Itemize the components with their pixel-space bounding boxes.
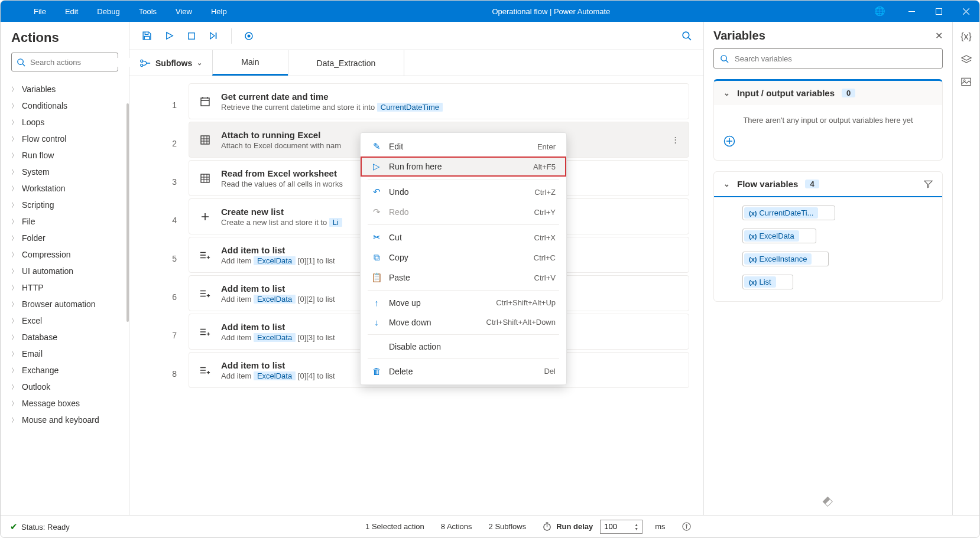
action-category[interactable]: 〉Compression xyxy=(4,246,125,263)
variable-pill: ExcelData xyxy=(254,256,296,265)
context-menu-item[interactable]: 🗑DeleteDel xyxy=(361,361,566,381)
svg-point-8 xyxy=(141,60,143,62)
context-menu-item[interactable]: 📋PasteCtrl+V xyxy=(361,268,566,288)
action-category[interactable]: 〉Email xyxy=(4,345,125,362)
tab-data-extraction[interactable]: Data_Extraction xyxy=(288,50,405,76)
layers-rail-icon[interactable] xyxy=(961,55,972,64)
menu-view[interactable]: View xyxy=(166,2,202,21)
menu-help[interactable]: Help xyxy=(202,2,236,21)
action-category[interactable]: 〉Scripting xyxy=(4,197,125,213)
variable-chip[interactable]: (x)CurrentDateTi... xyxy=(742,206,835,220)
subflows-label: Subflows xyxy=(155,58,192,68)
action-category-label: Scripting xyxy=(22,200,54,210)
environment-icon[interactable]: 🌐 xyxy=(866,1,893,22)
action-category[interactable]: 〉Excel xyxy=(4,312,125,329)
menu-debug[interactable]: Debug xyxy=(87,2,129,21)
scrollbar-thumb[interactable] xyxy=(126,103,129,322)
context-menu-item[interactable]: ↶UndoCtrl+Z xyxy=(361,182,566,202)
flow-step[interactable]: Get current date and timeRetrieve the cu… xyxy=(189,83,689,119)
action-category[interactable]: 〉Browser automation xyxy=(4,296,125,312)
chevron-right-icon: 〉 xyxy=(11,333,17,342)
actions-search[interactable] xyxy=(11,53,118,71)
menu-separator xyxy=(368,224,559,225)
step-icon xyxy=(199,212,212,221)
action-category[interactable]: 〉Outlook xyxy=(4,379,125,395)
action-category[interactable]: 〉Exchange xyxy=(4,362,125,379)
menu-item-icon: ✎ xyxy=(371,141,382,152)
chevron-down-icon: ⌄ xyxy=(723,89,730,97)
minimize-button[interactable] xyxy=(898,1,925,22)
io-variables-header[interactable]: ⌄ Input / output variables 0 xyxy=(714,81,942,105)
filter-icon[interactable] xyxy=(924,180,933,188)
save-button[interactable] xyxy=(137,26,157,46)
menu-edit[interactable]: Edit xyxy=(56,2,87,21)
variables-search[interactable] xyxy=(713,48,943,69)
delay-spinner[interactable]: ▲▼ xyxy=(634,523,638,531)
action-category[interactable]: 〉Variables xyxy=(4,81,125,97)
search-flow-button[interactable] xyxy=(676,26,696,46)
menu-tools[interactable]: Tools xyxy=(129,2,166,21)
add-io-variable-button[interactable] xyxy=(723,135,933,147)
action-category[interactable]: 〉Database xyxy=(4,329,125,345)
step-more-icon[interactable]: ⋮ xyxy=(671,135,679,144)
variables-rail-icon[interactable]: {x} xyxy=(960,31,972,42)
flow-variables-header[interactable]: ⌄ Flow variables 4 xyxy=(714,172,942,197)
eraser-icon[interactable]: ◧ xyxy=(821,494,835,508)
stop-button[interactable] xyxy=(181,26,202,46)
action-category[interactable]: 〉System xyxy=(4,164,125,180)
chevron-right-icon: 〉 xyxy=(11,366,17,375)
close-button[interactable] xyxy=(952,1,979,22)
action-category[interactable]: 〉Mouse and keyboard xyxy=(4,412,125,428)
svg-point-9 xyxy=(141,64,143,66)
record-button[interactable] xyxy=(239,26,259,46)
index-text: [0][1] xyxy=(298,256,315,265)
actions-search-input[interactable] xyxy=(30,58,129,67)
menu-file[interactable]: File xyxy=(24,2,56,21)
tab-main[interactable]: Main xyxy=(212,50,288,76)
action-category[interactable]: 〉File xyxy=(4,213,125,230)
context-menu-item[interactable]: ⧉CopyCtrl+C xyxy=(361,247,566,268)
variable-chip[interactable]: (x)ExcelInstance xyxy=(742,252,829,266)
action-category[interactable]: 〉Message boxes xyxy=(4,395,125,412)
context-menu-item[interactable]: ↓Move downCtrl+Shift+Alt+Down xyxy=(361,312,566,332)
context-menu-item[interactable]: ✎EditEnter xyxy=(361,136,566,156)
variables-search-input[interactable] xyxy=(735,54,936,63)
variable-chip[interactable]: (x)List xyxy=(742,275,793,289)
chevron-right-icon: 〉 xyxy=(11,399,17,408)
context-menu-item[interactable]: Disable action xyxy=(361,337,566,356)
svg-rect-0 xyxy=(908,11,915,12)
action-category[interactable]: 〉HTTP xyxy=(4,279,125,296)
action-category[interactable]: 〉Folder xyxy=(4,230,125,246)
actions-heading: Actions xyxy=(1,30,129,53)
variable-pill: ExcelData xyxy=(254,371,296,380)
step-button[interactable] xyxy=(204,26,224,46)
context-menu-item[interactable]: ✂CutCtrl+X xyxy=(361,227,566,247)
subflows-dropdown[interactable]: Subflows ⌄ xyxy=(129,50,213,76)
variables-panel: Variables ✕ ⌄ Input / output variables 0… xyxy=(704,22,952,515)
context-menu: ✎EditEnter▷Run from hereAlt+F5↶UndoCtrl+… xyxy=(360,132,567,385)
action-category[interactable]: 〉Flow control xyxy=(4,131,125,147)
context-menu-item[interactable]: ↑Move upCtrl+Shift+Alt+Up xyxy=(361,293,566,312)
action-category[interactable]: 〉Conditionals xyxy=(4,97,125,114)
info-icon[interactable] xyxy=(682,522,691,531)
maximize-button[interactable] xyxy=(925,1,952,22)
action-category[interactable]: 〉Loops xyxy=(4,114,125,131)
chevron-right-icon: 〉 xyxy=(11,217,17,226)
step-icon xyxy=(199,250,212,260)
close-panel-button[interactable]: ✕ xyxy=(935,30,943,41)
io-variables-title: Input / output variables xyxy=(737,88,835,98)
chevron-right-icon: 〉 xyxy=(11,283,17,292)
menu-item-label: Move up xyxy=(389,298,489,308)
menu-item-shortcut: Ctrl+V xyxy=(534,273,556,282)
variable-chip[interactable]: (x)ExcelData xyxy=(742,229,816,243)
image-rail-icon[interactable] xyxy=(961,77,971,86)
variable-chip-label: ExcelInstance xyxy=(759,255,807,263)
line-number: 4 xyxy=(129,201,189,239)
run-button[interactable] xyxy=(159,26,179,46)
context-menu-item[interactable]: ▷Run from hereAlt+F5 xyxy=(361,156,566,177)
action-category[interactable]: 〉UI automation xyxy=(4,263,125,279)
flow-editor: Subflows ⌄ Main Data_Extraction 12345678… xyxy=(129,22,704,515)
actions-tree[interactable]: 〉Variables〉Conditionals〉Loops〉Flow contr… xyxy=(1,79,129,515)
action-category[interactable]: 〉Workstation xyxy=(4,180,125,197)
action-category[interactable]: 〉Run flow xyxy=(4,147,125,164)
